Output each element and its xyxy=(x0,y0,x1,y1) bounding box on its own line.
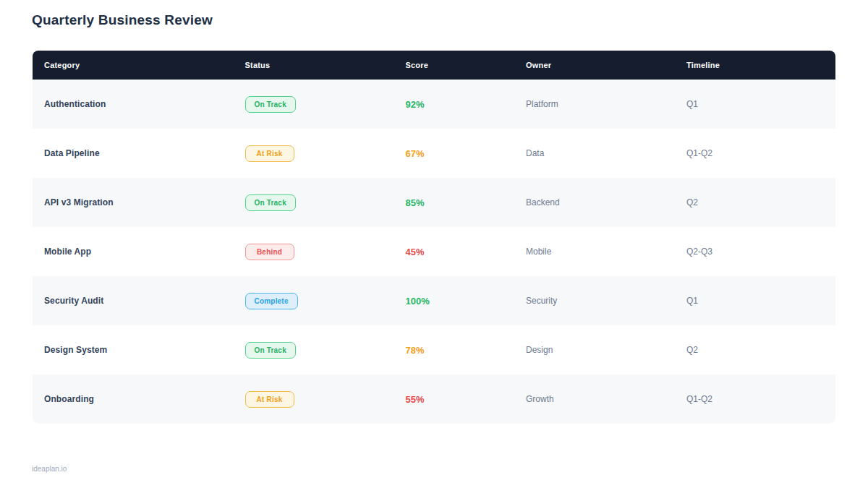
table-body: Authentication On Track 92% Platform Q1 … xyxy=(33,80,835,424)
category-cell: Design System xyxy=(33,345,234,355)
table-row: Design System On Track 78% Design Q2 xyxy=(33,325,835,374)
score-cell: 78% xyxy=(394,345,515,356)
owner-cell: Design xyxy=(514,345,675,355)
status-cell: On Track xyxy=(234,96,394,113)
owner-cell: Platform xyxy=(514,99,675,109)
category-cell: Data Pipeline xyxy=(33,148,234,158)
score-cell: 85% xyxy=(394,197,515,208)
owner-cell: Growth xyxy=(514,394,675,404)
score-cell: 100% xyxy=(394,296,515,307)
status-cell: On Track xyxy=(234,342,394,359)
column-header-owner: Owner xyxy=(514,61,675,69)
column-header-timeline: Timeline xyxy=(675,61,835,69)
table-row: Security Audit Complete 100% Security Q1 xyxy=(33,276,835,325)
timeline-cell: Q2 xyxy=(675,197,835,207)
column-header-score: Score xyxy=(394,61,515,69)
timeline-cell: Q2-Q3 xyxy=(675,247,835,257)
status-badge: On Track xyxy=(245,194,296,211)
owner-cell: Security xyxy=(514,296,675,306)
timeline-cell: Q1-Q2 xyxy=(675,394,835,404)
column-header-category: Category xyxy=(33,61,234,69)
page-title: Quarterly Business Review xyxy=(32,12,213,28)
status-cell: At Risk xyxy=(234,391,394,408)
score-cell: 55% xyxy=(394,394,515,405)
owner-cell: Data xyxy=(514,148,675,158)
review-table: Category Status Score Owner Timeline Aut… xyxy=(33,51,835,424)
timeline-cell: Q1 xyxy=(675,296,835,306)
status-badge: At Risk xyxy=(245,145,294,162)
column-header-status: Status xyxy=(234,61,394,69)
table-row: Authentication On Track 92% Platform Q1 xyxy=(33,80,835,129)
score-cell: 92% xyxy=(394,99,515,110)
table-row: Data Pipeline At Risk 67% Data Q1-Q2 xyxy=(33,129,835,178)
table-row: Mobile App Behind 45% Mobile Q2-Q3 xyxy=(33,227,835,276)
owner-cell: Backend xyxy=(514,197,675,207)
timeline-cell: Q1-Q2 xyxy=(675,148,835,158)
status-cell: Complete xyxy=(234,293,394,309)
score-cell: 45% xyxy=(394,247,515,257)
status-badge: On Track xyxy=(245,342,296,359)
owner-cell: Mobile xyxy=(514,247,675,257)
footer-brand: ideaplan.io xyxy=(32,465,67,473)
status-badge: On Track xyxy=(245,96,296,113)
category-cell: Authentication xyxy=(33,99,234,109)
category-cell: Onboarding xyxy=(33,394,234,404)
status-cell: Behind xyxy=(234,244,394,260)
status-badge: Behind xyxy=(245,244,294,260)
timeline-cell: Q2 xyxy=(675,345,835,355)
category-cell: Security Audit xyxy=(33,296,234,306)
timeline-cell: Q1 xyxy=(675,99,835,109)
table-row: API v3 Migration On Track 85% Backend Q2 xyxy=(33,178,835,227)
table-row: Onboarding At Risk 55% Growth Q1-Q2 xyxy=(33,374,835,424)
status-cell: On Track xyxy=(234,194,394,211)
category-cell: Mobile App xyxy=(33,247,234,257)
status-cell: At Risk xyxy=(234,145,394,162)
category-cell: API v3 Migration xyxy=(33,197,234,207)
table-header-row: Category Status Score Owner Timeline xyxy=(33,51,835,80)
status-badge: Complete xyxy=(245,293,298,309)
status-badge: At Risk xyxy=(245,391,294,408)
score-cell: 67% xyxy=(394,148,515,159)
